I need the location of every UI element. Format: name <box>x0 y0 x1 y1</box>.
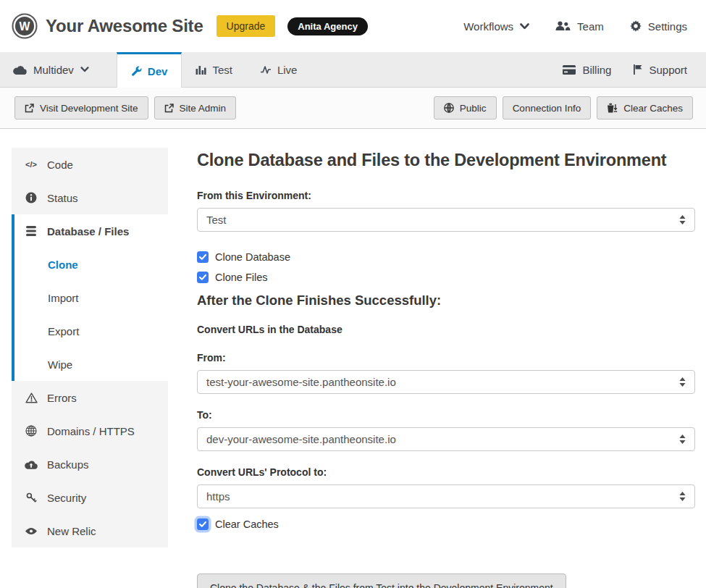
clear-caches-icon <box>607 103 618 113</box>
sidebar: </> Code Status Database / Files <box>12 148 168 547</box>
eye-icon <box>25 527 38 535</box>
clone-database-checkbox-row[interactable]: Clone Database <box>197 251 695 263</box>
sidebar-item-clone[interactable]: Clone <box>14 248 168 281</box>
gear-icon <box>630 20 642 32</box>
from-url-value: test-your-awesome-site.pantheonsite.io <box>206 376 396 388</box>
sidebar-item-label: Status <box>47 192 78 204</box>
sidebar-item-security[interactable]: Security <box>12 481 168 514</box>
panel-title: Clone Database and Files to the Developm… <box>197 151 695 170</box>
visit-development-site-button[interactable]: Visit Development Site <box>14 96 148 119</box>
connection-info-button[interactable]: Connection Info <box>503 96 592 119</box>
sidebar-item-code[interactable]: </> Code <box>12 148 168 181</box>
clear-caches-checkbox[interactable] <box>197 518 209 530</box>
sidebar-item-label: Code <box>47 159 73 171</box>
team-button[interactable]: Team <box>555 20 604 33</box>
to-url-value: dev-your-awesome-site.pantheonsite.io <box>206 433 396 445</box>
equalizer-icon <box>196 64 206 75</box>
sidebar-item-database-files[interactable]: Database / Files <box>14 214 168 248</box>
sidebar-item-label: Security <box>47 492 86 504</box>
key-icon <box>25 492 38 503</box>
workflows-label: Workflows <box>463 20 513 33</box>
site-admin-button[interactable]: Site Admin <box>154 96 237 119</box>
clear-caches-button[interactable]: Clear Caches <box>597 96 693 119</box>
workflows-menu[interactable]: Workflows <box>463 20 529 33</box>
multidev-label: Multidev <box>33 64 74 76</box>
clone-files-label: Clone Files <box>215 272 268 283</box>
sidebar-item-wipe[interactable]: Wipe <box>14 348 168 381</box>
site-admin-label: Site Admin <box>180 103 227 114</box>
check-icon <box>199 254 206 260</box>
support-button[interactable]: Support <box>633 64 687 76</box>
from-environment-value: Test <box>206 214 227 226</box>
sidebar-item-errors[interactable]: Errors <box>12 381 168 414</box>
external-link-icon <box>164 104 174 113</box>
clear-caches-checkbox-row[interactable]: Clear Caches <box>197 518 695 530</box>
flag-icon <box>633 64 642 75</box>
pulse-icon <box>260 64 272 75</box>
tab-live[interactable]: Live <box>246 52 311 87</box>
sidebar-item-import[interactable]: Import <box>14 281 168 314</box>
upgrade-button[interactable]: Upgrade <box>217 15 276 37</box>
sidebar-item-new-relic[interactable]: New Relic <box>12 514 168 547</box>
to-url-label: To: <box>197 409 695 421</box>
sidebar-item-label: Import <box>48 292 79 304</box>
tab-dev[interactable]: Dev <box>117 52 182 88</box>
from-url-select[interactable]: test-your-awesome-site.pantheonsite.io <box>197 370 695 394</box>
sidebar-item-status[interactable]: Status <box>12 181 168 214</box>
sidebar-item-label: New Relic <box>47 525 96 537</box>
cloud-icon <box>13 65 27 75</box>
chevron-down-icon <box>80 67 89 72</box>
from-url-label: From: <box>197 352 695 364</box>
check-icon <box>199 521 206 527</box>
tab-dev-label: Dev <box>148 65 168 77</box>
clone-database-label: Clone Database <box>215 251 290 263</box>
from-environment-select[interactable]: Test <box>197 208 695 232</box>
clone-submit-button[interactable]: Clone the Database & the Files from Test… <box>197 574 566 588</box>
select-spinner-icon <box>679 492 686 501</box>
sidebar-item-domains-https[interactable]: Domains / HTTPS <box>12 414 168 448</box>
support-label: Support <box>649 64 687 76</box>
cloud-upload-icon <box>25 460 38 469</box>
public-button[interactable]: Public <box>434 96 497 119</box>
wrench-icon <box>131 66 142 77</box>
visit-site-label: Visit Development Site <box>40 103 138 114</box>
tab-live-label: Live <box>277 64 298 76</box>
from-environment-label: From this Environment: <box>197 190 695 201</box>
multidev-menu[interactable]: Multidev <box>13 52 106 87</box>
sidebar-item-export[interactable]: Export <box>14 314 168 348</box>
globe-icon <box>444 103 454 113</box>
protocol-select[interactable]: https <box>197 484 695 508</box>
svg-text:W: W <box>20 20 30 33</box>
sidebar-item-label: Database / Files <box>47 225 129 238</box>
to-url-select[interactable]: dev-your-awesome-site.pantheonsite.io <box>197 427 695 451</box>
chevron-down-icon <box>520 23 529 30</box>
tab-test-label: Test <box>212 64 232 76</box>
clone-database-checkbox[interactable] <box>197 251 209 263</box>
page-body: </> Code Status Database / Files <box>0 129 706 588</box>
clear-caches-option-label: Clear Caches <box>215 518 279 530</box>
external-link-icon <box>25 104 34 113</box>
site-header: W Your Awesome Site Upgrade Anita Agency… <box>0 0 706 52</box>
credit-card-icon <box>563 65 576 75</box>
globe-grid-icon <box>25 425 38 437</box>
select-spinner-icon <box>679 215 686 224</box>
public-label: Public <box>460 103 487 114</box>
settings-label: Settings <box>648 20 687 33</box>
sidebar-item-label: Errors <box>47 392 77 404</box>
clone-files-checkbox[interactable] <box>197 272 209 283</box>
tab-test[interactable]: Test <box>182 52 246 87</box>
after-clone-heading: After the Clone Finishes Successfully: <box>197 293 695 308</box>
settings-button[interactable]: Settings <box>630 20 687 33</box>
clone-files-checkbox-row[interactable]: Clone Files <box>197 272 695 283</box>
billing-button[interactable]: Billing <box>563 64 611 76</box>
convert-urls-label: Convert URLs in the Database <box>197 324 695 335</box>
protocol-value: https <box>206 490 230 503</box>
database-icon <box>25 226 38 236</box>
team-label: Team <box>577 20 604 33</box>
action-bar-right: Public Connection Info Clear Caches <box>434 96 693 119</box>
sidebar-item-backups[interactable]: Backups <box>12 448 168 481</box>
protocol-label: Convert URLs' Protocol to: <box>197 466 695 478</box>
page-title: Your Awesome Site <box>46 16 203 36</box>
org-badge[interactable]: Anita Agency <box>287 17 368 35</box>
wordpress-logo-icon: W <box>12 13 38 39</box>
